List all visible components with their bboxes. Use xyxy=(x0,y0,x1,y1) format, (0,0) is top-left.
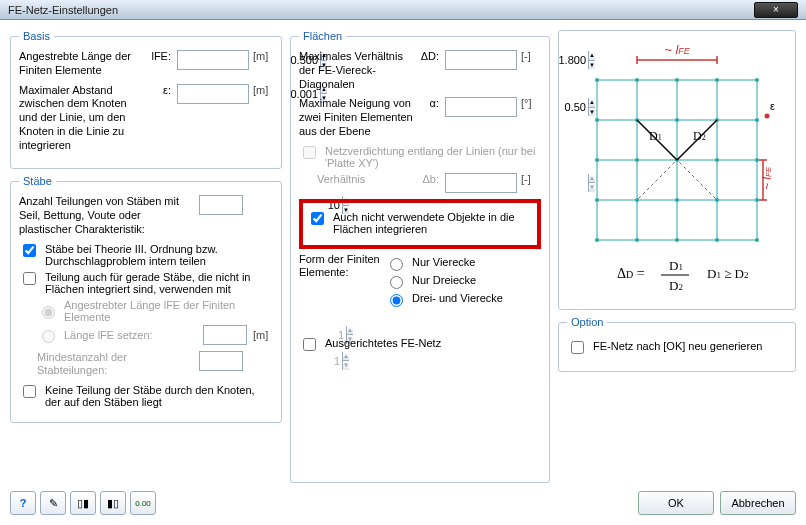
svg-point-27 xyxy=(675,198,679,202)
min-teilungen-label: Mindestanzahl der Stabteilungen: xyxy=(37,351,195,379)
form-label: Form der Finiten Elemente: xyxy=(299,253,381,281)
gerade-staebe-label: Teilung auch für gerade Stäbe, die nicht… xyxy=(45,271,273,295)
form-dreiecke-label: Nur Dreiecke xyxy=(412,274,476,288)
spin-down-icon[interactable]: ▼ xyxy=(588,108,595,117)
spin-up-icon[interactable]: ▲ xyxy=(588,98,595,108)
teilungen-label: Anzahl Teilungen von Stäben mit Seil, Be… xyxy=(19,195,195,236)
ausgerichtet-label: Ausgerichtetes FE-Netz xyxy=(325,337,441,349)
angestrebt-radio xyxy=(42,306,55,319)
svg-point-29 xyxy=(755,198,759,202)
svg-point-32 xyxy=(675,238,679,242)
diagram-eps: ε xyxy=(770,100,775,112)
neig-unit: [°] xyxy=(521,97,541,111)
eps-unit: [m] xyxy=(253,84,273,98)
min-teilungen-input: ▲▼ xyxy=(199,351,243,371)
verh-input: ▲▼ xyxy=(445,173,517,193)
lfe-unit: [m] xyxy=(253,50,273,64)
title-bar: FE-Netz-Einstellungen × xyxy=(0,0,806,20)
diag-unit: [-] xyxy=(521,50,541,64)
angestrebt-label: Angestrebter Länge lFE der Finiten Eleme… xyxy=(64,299,273,323)
form-vierecke-label: Nur Vierecke xyxy=(412,256,475,270)
svg-point-34 xyxy=(755,238,759,242)
neig-label: Maximale Neigung von zwei Finiten Elemen… xyxy=(299,97,413,138)
regen-label: FE-Netz nach [OK] neu generieren xyxy=(593,340,762,352)
svg-point-23 xyxy=(715,158,719,162)
neig-input[interactable]: ▲▼ xyxy=(445,97,517,117)
neig-symbol: α: xyxy=(417,97,441,111)
edit-button[interactable]: ✎ xyxy=(40,491,66,515)
form-dreiecke-radio[interactable] xyxy=(390,276,403,289)
option-legend: Option xyxy=(567,316,607,328)
cancel-button[interactable]: Abbrechen xyxy=(720,491,796,515)
eps-symbol: ε: xyxy=(149,84,173,98)
keine-teilung-checkbox[interactable] xyxy=(23,385,36,398)
svg-text:D1 ≥ D2: D1 ≥ D2 xyxy=(707,266,748,281)
diag-label: Maximales Verhältnis der FE-Viereck-Diag… xyxy=(299,50,413,91)
verh-unit: [-] xyxy=(521,173,541,187)
verh-label: Verhältnis xyxy=(317,173,413,187)
svg-point-19 xyxy=(755,118,759,122)
basis-legend: Basis xyxy=(19,30,54,42)
close-button[interactable]: × xyxy=(754,2,798,18)
verh-symbol: Δb: xyxy=(417,173,441,187)
diagram-lfe-top: ~ lFE xyxy=(664,42,691,57)
staebe-legend: Stäbe xyxy=(19,175,56,187)
footer-toolbar: ? ✎ ▯▮ ▮▯ 0.00 xyxy=(10,491,156,515)
netzverdichtung-label: Netzverdichtung entlang der Linien (nur … xyxy=(325,145,541,169)
lfe-setzen-input: ▲▼ xyxy=(203,325,247,345)
svg-text:D2: D2 xyxy=(669,278,683,293)
svg-text:D1: D1 xyxy=(669,258,683,273)
keine-teilung-label: Keine Teilung der Stäbe durch den Knoten… xyxy=(45,384,273,408)
gerade-staebe-checkbox[interactable] xyxy=(23,272,36,285)
theorie3-label: Stäbe bei Theorie III. Ordnung bzw. Durc… xyxy=(45,243,273,267)
lfe-setzen-radio xyxy=(42,330,55,343)
teilungen-input[interactable]: ▲▼ xyxy=(199,195,243,215)
flaechen-group: Flächen Maximales Verhältnis der FE-Vier… xyxy=(290,30,550,483)
precision-button[interactable]: 0.00 xyxy=(130,491,156,515)
regen-checkbox[interactable] xyxy=(571,341,584,354)
form-beide-label: Drei- und Vierecke xyxy=(412,292,503,306)
window-title: FE-Netz-Einstellungen xyxy=(8,4,118,16)
ok-button[interactable]: OK xyxy=(638,491,714,515)
layout-1-button[interactable]: ▯▮ xyxy=(70,491,96,515)
svg-point-35 xyxy=(765,114,770,119)
flaechen-legend: Flächen xyxy=(299,30,346,42)
fe-mesh-diagram: ~ lFE xyxy=(558,30,796,310)
svg-point-31 xyxy=(635,238,639,242)
highlighted-option: Auch nicht verwendete Objekte in die Flä… xyxy=(299,199,541,249)
lfe-setzen-label: Länge lFE setzen: xyxy=(64,329,153,341)
ausgerichtet-checkbox[interactable] xyxy=(303,338,316,351)
svg-point-10 xyxy=(595,78,599,82)
svg-point-13 xyxy=(715,78,719,82)
diag-input[interactable]: ▲▼ xyxy=(445,50,517,70)
svg-point-30 xyxy=(595,238,599,242)
form-vierecke-radio[interactable] xyxy=(390,258,403,271)
svg-point-17 xyxy=(675,118,679,122)
lfe-input[interactable]: ▲▼ xyxy=(177,50,249,70)
lfe-symbol: lFE: xyxy=(149,50,173,64)
eps-label: Maximaler Abstand zwischen dem Knoten un… xyxy=(19,84,145,153)
svg-text:~ lFE: ~ lFE xyxy=(760,166,774,190)
dialog-footer: ? ✎ ▯▮ ▮▯ 0.00 OK Abbrechen xyxy=(10,483,796,515)
svg-point-12 xyxy=(675,78,679,82)
auch-objekte-checkbox[interactable] xyxy=(311,212,324,225)
svg-text:ΔD =: ΔD = xyxy=(617,266,645,281)
eps-input[interactable]: ▲▼ xyxy=(177,84,249,104)
spin-down-icon[interactable]: ▼ xyxy=(588,61,595,70)
svg-point-24 xyxy=(755,158,759,162)
netzverdichtung-checkbox xyxy=(303,146,316,159)
theorie3-checkbox[interactable] xyxy=(23,244,36,257)
lfe-setzen-unit: [m] xyxy=(253,329,273,341)
svg-point-33 xyxy=(715,238,719,242)
basis-group: Basis Angestrebte Länge der Finiten Elem… xyxy=(10,30,282,169)
svg-point-14 xyxy=(755,78,759,82)
svg-point-25 xyxy=(595,198,599,202)
spin-up-icon[interactable]: ▲ xyxy=(588,51,595,61)
form-beide-radio[interactable] xyxy=(390,294,403,307)
svg-point-11 xyxy=(635,78,639,82)
help-button[interactable]: ? xyxy=(10,491,36,515)
layout-2-button[interactable]: ▮▯ xyxy=(100,491,126,515)
svg-point-15 xyxy=(595,118,599,122)
dialog-content: Basis Angestrebte Länge der Finiten Elem… xyxy=(0,20,806,525)
svg-point-21 xyxy=(635,158,639,162)
